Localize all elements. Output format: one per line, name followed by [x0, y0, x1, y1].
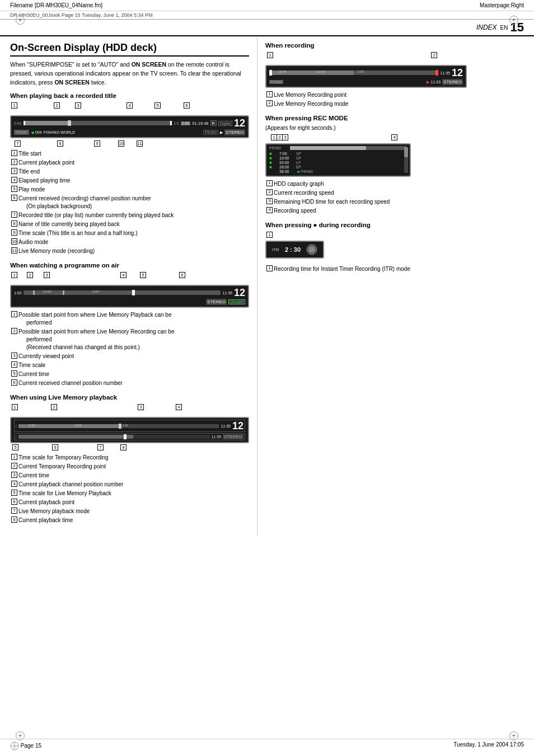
index-en: EN — [500, 25, 508, 31]
list-item: 3Current time — [11, 472, 249, 480]
intro-paragraph: When "SUPERIMPOSE" is set to "AUTO" and … — [10, 60, 249, 87]
pb-num7: 7 — [15, 140, 21, 147]
recmode-diagram: 1 2 3 4 FR360 ■ 7:00 — [265, 134, 526, 177]
list-item: 3Title end — [11, 168, 249, 176]
itr-screen: ITR 2 : 30 — [265, 241, 324, 259]
itr-time-label: 2 : 30 — [285, 246, 301, 253]
list-item: 2Current recording speed — [266, 189, 526, 197]
section-itr-heading: When pressing ● during recording — [265, 222, 526, 228]
recording-item-list: 1Live Memory Recording point 2Live Memor… — [265, 91, 526, 108]
livemem-screen: [ 11:00 12:00 1:00 11:35 12 [ — [10, 417, 249, 443]
list-item: 1HDD capacity graph — [266, 180, 526, 188]
itr-item-list: 1Recording time for Instant Timer Record… — [265, 265, 526, 273]
list-item: 4Elapsed playing time — [11, 177, 249, 185]
pb-num4: 4 — [127, 102, 133, 109]
list-item: 1Possible start point from where Live Me… — [11, 311, 249, 327]
recording-diagram: 1 2 11:00 12:00 1:00 — [265, 52, 526, 88]
section-livemem-heading: When using Live Memory playback — [10, 394, 249, 401]
footer-left-icon — [10, 741, 19, 750]
recmode-item-list: 1HDD capacity graph 2Current recording s… — [265, 180, 526, 215]
itr-mode-label: ITR — [272, 247, 279, 252]
page-footer: Page 15 Tuesday, 1 June 2004 17:05 — [0, 739, 534, 750]
pb-num2: 2 — [54, 102, 60, 109]
list-item: 1Live Memory Recording point — [266, 91, 526, 99]
pb-num3: 3 — [75, 102, 81, 109]
footer-left: Page 15 — [10, 741, 41, 750]
footer-right: Tuesday, 1 June 2004 17:05 — [453, 741, 524, 750]
list-item: 2Live Memory Recording mode — [266, 100, 526, 108]
page-subheader: DR-MH30EU_00.book Page 15 Tuesday, June … — [0, 11, 534, 20]
svg-point-1 — [308, 246, 315, 253]
record-icon — [306, 244, 317, 255]
list-item: 6Current playback point — [11, 499, 249, 506]
pb-num8: 8 — [57, 140, 63, 147]
index-line: INDEX EN 15 — [0, 20, 534, 36]
list-item: 8Current playback time — [11, 516, 249, 524]
playback-item-list: 1Title start 2Current playback point 3Ti… — [10, 150, 249, 255]
playback-diagram: 1 2 3 4 5 6 0:00 — [10, 102, 249, 147]
list-item: 2Current Temporary Recording point — [11, 463, 249, 471]
pb-num9: 9 — [94, 140, 100, 147]
main-heading: On-Screen Display (HDD deck) — [10, 42, 249, 57]
recording-screen: 11:00 12:00 1:00 11:35 12 FR360 ▶ 11:33 — [265, 65, 467, 88]
pb-num1: 1 — [11, 102, 17, 109]
list-item: 2Possible start point from where Live Me… — [11, 328, 249, 351]
list-item: 5Current time — [11, 370, 249, 378]
list-item: 11Live Memory mode (recording) — [11, 247, 249, 255]
list-item: 3Remaining HDD time for each recording s… — [266, 198, 526, 206]
list-item: 1Time scale for Temporary Recording — [11, 454, 249, 462]
list-item: 4Time scale — [11, 361, 249, 369]
left-column: On-Screen Display (HDD deck) When "SUPER… — [0, 36, 257, 537]
list-item: 6Current received channel position numbe… — [11, 379, 249, 387]
list-item: 8Name of title currently being played ba… — [11, 220, 249, 228]
list-item: 1Recording time for Instant Timer Record… — [266, 265, 526, 273]
masterpage-label: Masterpage:Right — [480, 2, 524, 8]
list-item: 5Time scale for Live Memory Playback — [11, 490, 249, 497]
list-item: 9Time scale (This title is an hour and a… — [11, 229, 249, 237]
list-item: 6Current received (recording) channel po… — [11, 195, 249, 210]
list-item: 7Recorded title (or play list) number cu… — [11, 212, 249, 219]
pb-num11: 11 — [137, 140, 143, 147]
list-item: 2Current playback point — [11, 159, 249, 167]
recmode-screen: FR360 ■ 7:00 SP ■ 10:00 SP — [265, 143, 411, 177]
onair-diagram: 1 2 3 4 5 6 1:00 12:00 — [10, 272, 249, 308]
list-item: 7Live Memory playback mode — [11, 508, 249, 515]
onair-item-list: 1Possible start point from where Live Me… — [10, 311, 249, 387]
section-recording-heading: When recording — [265, 42, 526, 49]
list-item: 4Recording speed — [266, 207, 526, 215]
list-item: 10Audio mode — [11, 238, 249, 246]
onair-screen: 1:00 12:00 1:00 11:35 12 STERE — [10, 285, 249, 308]
right-column: When recording 1 2 11:00 12:00 — [257, 36, 534, 537]
section-recmode-heading: When pressing REC MODE — [265, 115, 526, 121]
filename-label: Filename [DR-MH30EU_04Name.fm] — [10, 2, 102, 8]
index-label: INDEX — [476, 24, 497, 31]
pb-num6: 6 — [184, 102, 190, 109]
pb-num10: 10 — [118, 140, 124, 147]
playback-screen: 0:00 1:0 2:00 01:16:48 ▶ Digital 12 — [10, 115, 249, 138]
livemem-item-list: 1Time scale for Temporary Recording 2Cur… — [10, 454, 249, 524]
main-content: On-Screen Display (HDD deck) When "SUPER… — [0, 36, 534, 537]
list-item: 3Currently viewed point — [11, 353, 249, 360]
itr-diagram: 1 ITR 2 : 30 — [265, 232, 526, 262]
livemem-diagram: 1 2 3 4 [ 11:00 12:00 — [10, 404, 249, 450]
pb-num5: 5 — [154, 102, 161, 109]
page-header: Filename [DR-MH30EU_04Name.fm] Masterpag… — [0, 0, 534, 11]
subheader-left: DR-MH30EU_00.book Page 15 Tuesday, June … — [10, 12, 153, 18]
section-playback-heading: When playing back a recorded title — [10, 92, 249, 99]
list-item: 4Current playback channel position numbe… — [11, 481, 249, 489]
recmode-subheading: (Appears for eight seconds.) — [265, 125, 526, 131]
list-item: 1Title start — [11, 150, 249, 158]
list-item: 5Play mode — [11, 186, 249, 194]
section-onair-heading: When watching a programme on air — [10, 262, 249, 269]
